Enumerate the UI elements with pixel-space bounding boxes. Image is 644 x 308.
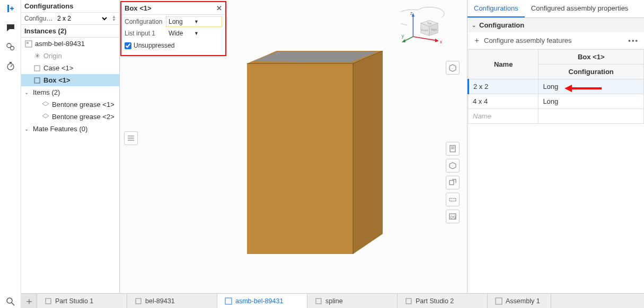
tree-mate-folder[interactable]: ⌄ Mate Features (0) — [21, 123, 119, 135]
tool-isometric-icon[interactable] — [446, 159, 460, 173]
plus-icon[interactable]: ＋ — [473, 35, 481, 46]
chevron-down-icon: ⌄ — [24, 89, 31, 95]
config-row-4x4[interactable]: 4 x 4 Long — [469, 94, 644, 109]
close-icon[interactable]: ✕ — [216, 4, 222, 12]
svg-rect-56 — [316, 298, 321, 304]
view-triad[interactable]: Top Front Right z y x — [401, 4, 448, 52]
search-icon[interactable] — [4, 295, 17, 308]
insert-icon[interactable] — [4, 2, 17, 15]
config-row-new[interactable]: Name — [469, 109, 644, 124]
column-part-header: Box <1> — [539, 50, 644, 65]
svg-line-38 — [413, 37, 436, 40]
grease2-label: Bentone grease <2> — [52, 113, 114, 121]
part-icon — [33, 64, 41, 73]
unsuppressed-label: Unsuppressed — [134, 42, 174, 49]
tree-box[interactable]: Box <1> — [21, 74, 119, 86]
config-name-cell[interactable]: 2 x 2 — [469, 79, 539, 94]
svg-text:Top: Top — [427, 22, 432, 25]
config-field-select[interactable]: Long▼ — [166, 16, 222, 27]
configure-assembly-row: ＋ Configure assembly features ••• — [467, 32, 644, 49]
tab-bel-89431[interactable]: bel-89431 — [127, 294, 217, 308]
chevron-down-icon: ▼ — [194, 31, 219, 36]
svg-rect-47 — [449, 180, 454, 185]
config-stepper[interactable]: ▲▼ — [112, 15, 116, 22]
configuration-section-header[interactable]: ⌄ Configuration — [467, 18, 644, 32]
tool-section-icon[interactable] — [446, 176, 460, 189]
svg-rect-58 — [496, 298, 502, 304]
unsuppressed-checkbox[interactable] — [125, 42, 131, 49]
svg-rect-48 — [449, 198, 456, 201]
gears-icon[interactable] — [4, 40, 17, 53]
comments-icon[interactable] — [4, 21, 17, 34]
stopwatch-icon[interactable] — [4, 59, 17, 72]
box-properties-popover: Box <1> ✕ Configuration Long▼ List input… — [120, 1, 226, 56]
more-options-icon[interactable]: ••• — [628, 37, 639, 44]
tree-items-folder[interactable]: ⌄ Items (2) — [21, 86, 119, 98]
feature-list-icon[interactable] — [124, 131, 138, 145]
part-icon — [41, 113, 50, 121]
viewport-side-tools: (x) — [446, 142, 460, 223]
configuration-select[interactable]: 2 x 2 — [55, 14, 109, 23]
svg-point-8 — [7, 298, 12, 303]
annotation-arrow — [564, 84, 602, 93]
column-name-header: Name — [469, 50, 539, 79]
case-label: Case <1> — [43, 64, 73, 72]
tab-part-studio-2[interactable]: Part Studio 2 — [398, 294, 488, 308]
configurations-header: Configurations — [21, 0, 119, 13]
svg-point-4 — [10, 47, 14, 50]
configure-assembly-label[interactable]: Configure assembly features — [484, 37, 571, 44]
tree-origin[interactable]: ✳ Origin — [21, 50, 119, 62]
tab-spline[interactable]: spline — [307, 294, 398, 308]
tree-assembly-root[interactable]: asmb-bel-89431 — [21, 38, 119, 50]
part-icon — [33, 76, 41, 85]
tab-configurations[interactable]: Configurations — [467, 0, 525, 17]
assembly-icon — [495, 297, 502, 305]
column-config-header: Configuration — [539, 65, 644, 79]
svg-rect-0 — [7, 5, 9, 12]
part-studio-icon — [405, 297, 412, 305]
svg-line-6 — [11, 65, 12, 67]
instance-tree: asmb-bel-89431 ✳ Origin Case <1> Box <1>… — [21, 38, 119, 308]
add-tab-button[interactable]: ＋ — [21, 294, 37, 308]
svg-rect-57 — [406, 298, 411, 304]
tool-variables-icon[interactable]: (x) — [446, 210, 460, 223]
config-value-cell[interactable]: Long — [539, 94, 644, 109]
list-field-label: List input 1 — [125, 30, 166, 37]
part-icon — [41, 101, 50, 109]
svg-marker-52 — [564, 85, 572, 92]
tree-grease-2[interactable]: Bentone grease <2> — [21, 111, 119, 123]
mate-label: Mate Features (0) — [33, 125, 87, 133]
app-left-toolbar — [0, 0, 21, 308]
document-tabs: ＋ Part Studio 1 bel-89431 asmb-bel-89431… — [21, 293, 644, 308]
config-field-label: Configuration — [125, 18, 166, 25]
list-field-select[interactable]: Wide▼ — [166, 28, 222, 39]
svg-marker-39 — [435, 39, 439, 42]
svg-text:z: z — [410, 11, 413, 16]
svg-text:Front: Front — [421, 29, 428, 32]
tab-assembly-1[interactable]: Assembly 1 — [488, 294, 551, 308]
chevron-down-icon: ⌄ — [472, 22, 476, 28]
box-label: Box <1> — [43, 76, 70, 84]
chevron-down-icon: ⌄ — [24, 126, 31, 132]
part-studio-icon — [135, 297, 142, 305]
tab-asmb-bel-89431[interactable]: asmb-bel-89431 — [217, 294, 307, 308]
svg-marker-20 — [247, 64, 353, 254]
tab-configured-properties[interactable]: Configured assembly properties — [525, 0, 635, 17]
config-row-2x2[interactable]: 2 x 2 Long — [469, 79, 644, 94]
tree-case[interactable]: Case <1> — [21, 62, 119, 74]
svg-rect-7 — [10, 62, 12, 63]
view-mode-button[interactable]: ▾ — [446, 61, 460, 75]
right-panel-tabs: Configurations Configured assembly prope… — [467, 0, 644, 18]
svg-rect-55 — [225, 298, 232, 304]
part-studio-icon — [315, 297, 322, 305]
config-placeholder-cell[interactable]: Name — [469, 109, 539, 124]
svg-text:(x): (x) — [451, 214, 456, 219]
tree-grease-1[interactable]: Bentone grease <1> — [21, 98, 119, 111]
3d-viewport[interactable]: Box <1> ✕ Configuration Long▼ List input… — [120, 0, 467, 308]
configuration-table: Name Box <1> Configuration 2 x 2 Long 4 … — [467, 49, 644, 124]
svg-marker-15 — [42, 114, 49, 118]
config-name-cell[interactable]: 4 x 4 — [469, 94, 539, 109]
tab-part-studio-1[interactable]: Part Studio 1 — [37, 294, 127, 308]
tool-measure-icon[interactable] — [446, 193, 460, 206]
tool-sheet-icon[interactable] — [446, 142, 460, 156]
